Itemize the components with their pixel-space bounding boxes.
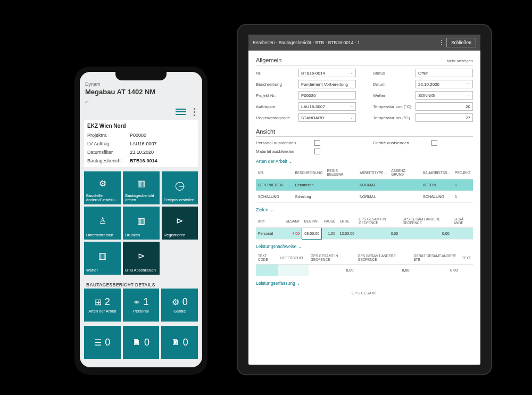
col[interactable]: TEXT (460, 251, 473, 265)
chk-personal-ausblenden[interactable]: Personal ausblenden (256, 140, 356, 146)
col-gesamt[interactable]: GESAMT (283, 215, 302, 228)
col[interactable]: GERÄT GESAMT ANDERE BTB (411, 251, 460, 265)
cell (256, 265, 278, 276)
section-erfassung-toggle[interactable]: Leistungserfassung (256, 281, 473, 286)
tile-unterschreiben[interactable]: ♙ Unterschreiben (84, 207, 121, 240)
chk-geraete-ausblenden[interactable]: Geräte ausblenden (373, 140, 473, 146)
more-menu-icon[interactable] (441, 40, 442, 45)
field-label: Nr. (256, 71, 298, 76)
col-absenz[interactable]: ABSENZ-GRUND (389, 166, 421, 179)
show-more-link[interactable]: Mehr anzeigen (446, 59, 473, 63)
col[interactable]: LIEFERSCHEI… (278, 251, 309, 265)
section-nachweise-toggle[interactable]: Leistungsnachweise (256, 244, 473, 249)
stat-checklist[interactable]: ☰0 (84, 326, 121, 359)
cell: SCHALUNG (256, 191, 285, 203)
field-temp-von: Temperatur von (°C) 20 (373, 102, 473, 111)
wetter-input[interactable]: SONNIG⌄ (415, 91, 473, 100)
cell (325, 191, 358, 203)
tile-registrieren[interactable]: ⊳ Registrieren (162, 207, 198, 240)
auftragsnr-input[interactable]: LAU16-0007⋯ (298, 102, 356, 111)
chevron-down-icon: ⋯ (350, 93, 353, 97)
beginn-input[interactable]: 08:00:00 (302, 228, 322, 240)
stat-document-b[interactable]: 🗎0 (161, 326, 198, 359)
cell: 1 (453, 191, 473, 203)
col-gps-in[interactable]: GPS GESAMT IN GEOFENCE (356, 215, 400, 228)
col-bauarbeit[interactable]: BAUARBEITSS… (421, 166, 453, 179)
projektnr-input[interactable]: P00080⋯ (298, 91, 356, 100)
grid-icon: ⊞ (95, 297, 102, 307)
cell: 4,00 (283, 228, 302, 240)
table-row[interactable]: BETONIEREN ⋮ Betonieren NORMAL BETON 1 (256, 179, 473, 191)
field-projekt-nr: Projekt Nr. P00080⋯ (256, 91, 356, 100)
datum-input[interactable]: 23.10.2020⋯ (415, 80, 473, 88)
regiekatalog-input[interactable]: STANDARD⌄ (298, 113, 356, 122)
col[interactable]: GPS GESAMT IN GEOFENCE (309, 251, 355, 265)
field-datumsfilter[interactable]: Datumsfilter 23.10.2020 (87, 148, 195, 157)
status-input[interactable]: Offen (415, 69, 473, 77)
section-arten-toggle[interactable]: Arten der Arbeit (256, 159, 473, 164)
row-menu-icon[interactable]: ⋮ (275, 228, 283, 240)
temp-bis-input[interactable]: 27 (415, 113, 473, 122)
field-label: Beschreibung (256, 82, 298, 87)
stat-geraete[interactable]: ⚙0 Geräte (161, 289, 198, 322)
field-label: Personal ausblenden (256, 141, 314, 145)
checkbox-icon[interactable] (431, 140, 437, 146)
nr-input[interactable]: BTB16-0014⌄ (298, 69, 356, 77)
col-arbeitstyp[interactable]: ARBEITSTYPE… (358, 166, 389, 179)
field-value: BTB16-0014 (301, 71, 325, 76)
field-value: SONNIG (418, 93, 435, 98)
stat-document-a[interactable]: 🗎0 (123, 326, 160, 359)
tile-drucken[interactable]: ▥ Drucken (123, 207, 159, 240)
col-beginn[interactable]: BEGINN (302, 215, 322, 228)
stat-personal[interactable]: ⚭1 Personal (123, 289, 160, 322)
field-bautagesbericht[interactable]: Bautagesbericht BTB16-0014 (87, 157, 195, 165)
tile-wetter[interactable]: ▥ Wetter (84, 242, 121, 275)
table-row[interactable]: Personal ⋮ 4,00 08:00:00 1,00 13:00:00 0… (256, 228, 473, 240)
col-gps-out[interactable]: GPS GESAMT ANDERE GEOFENCE (400, 215, 451, 228)
site-panel: EKZ Wien Nord Projektnr. P00080 LV Auftr… (84, 120, 198, 167)
col-art[interactable]: ART (256, 215, 275, 228)
checkbox-icon[interactable] (314, 140, 320, 146)
col-regie[interactable]: REGIE-BELEGNR (325, 166, 358, 179)
cell (452, 228, 473, 240)
table-row[interactable]: 0,00 0,00 0,00 (256, 265, 473, 276)
col-beschr[interactable]: BESCHREIBUNG (293, 166, 325, 179)
col-ende[interactable]: ENDE (337, 215, 356, 228)
row-menu-icon[interactable]: ⋮ (285, 179, 293, 191)
more-menu-icon[interactable] (192, 108, 197, 116)
cell: 1,00 (322, 228, 338, 240)
col[interactable]: TEXT CODE (256, 251, 278, 265)
section-zeilen-toggle[interactable]: Zeilen (256, 207, 473, 212)
tile-ereignis-erstellen[interactable]: ◯̶ Ereignis erstellen (162, 171, 198, 204)
chk-material-ausblenden[interactable]: Material ausblenden (256, 149, 356, 154)
tile-btb-abschliessen[interactable]: ⊳ BTB Abschließen (123, 242, 159, 275)
field-value: P00080 (301, 93, 316, 98)
gps-gesamt-header: GPS GESAMT (256, 288, 473, 296)
field-nr: Nr. BTB16-0014⌄ (256, 69, 356, 77)
field-label: Temperatur von (°C) (373, 104, 415, 109)
hamburger-menu-icon[interactable] (176, 107, 186, 117)
tile-btb-oeffnen[interactable]: ▥ Bautagesbericht öffnen (123, 171, 159, 204)
col-nr[interactable]: NR. (256, 166, 285, 179)
temp-von-input[interactable]: 20 (415, 102, 473, 111)
field-datum: Datum 23.10.2020⋯ (373, 80, 473, 88)
col[interactable]: GPS GESAMT ANDERE GEOFENCE (355, 251, 411, 265)
col-pause[interactable]: PAUSE (322, 215, 338, 228)
field-lvauftrag[interactable]: LV Auftrag LAU16-0007 (87, 139, 195, 148)
col-projekt[interactable]: PROJEKT (453, 166, 473, 179)
table-row[interactable]: SCHALUNG Schalung NORMAL SCHALUNG 1 (256, 191, 473, 203)
close-button[interactable]: Schließen (446, 38, 476, 47)
cell: 0,00 (356, 228, 400, 240)
people-icon: ⚭ (133, 297, 140, 307)
field-projektnr[interactable]: Projektnr. P00080 (87, 131, 195, 139)
field-label: Temperatur bis (°C) (373, 116, 415, 120)
allgemein-form: Nr. BTB16-0014⌄ Status Offen Beschreibun… (256, 69, 473, 122)
stat-arten-der-arbeit[interactable]: ⊞2 Arten der Arbeit (84, 289, 121, 322)
beschreibung-input[interactable]: Fundament Vorbereitung (298, 80, 356, 88)
col-gera[interactable]: GERÄ ANDE (452, 215, 473, 228)
checkbox-icon[interactable] (314, 149, 320, 154)
site-name: EKZ Wien Nord (87, 123, 195, 129)
cursor-glyph: ⤺ (80, 98, 202, 106)
tile-baustelle-aendern[interactable]: ⚙ Baustelle ändern/Einstellu… (84, 171, 121, 204)
gear-icon: ⚙ (172, 297, 179, 307)
